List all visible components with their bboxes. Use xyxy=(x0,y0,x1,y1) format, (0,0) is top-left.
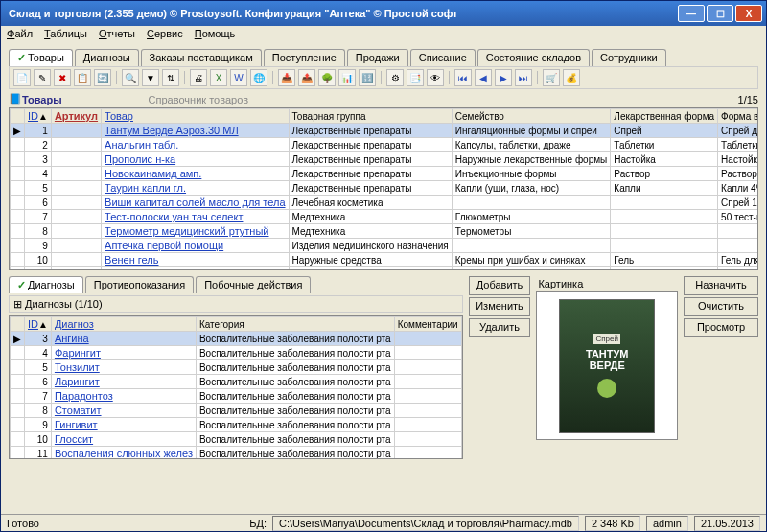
table-row[interactable]: 10ГлосситВоспалительные заболевания поло… xyxy=(11,432,462,447)
tab-writeoff[interactable]: Списание xyxy=(410,49,476,66)
tool-filter-icon[interactable]: ▼ xyxy=(142,69,159,86)
window-title: Склад и торговля (2.355 демо) © Prostoys… xyxy=(5,8,676,19)
menu-help[interactable]: Помощь xyxy=(195,28,236,43)
table-row[interactable]: 6Виши капитал солей масло для телаЛечебн… xyxy=(11,196,759,210)
table-row[interactable]: ▶3АнгинаВоспалительные заболевания полос… xyxy=(11,332,462,346)
menu-tables[interactable]: Таблицы xyxy=(44,28,87,43)
tool-word-icon[interactable]: W xyxy=(230,69,247,86)
tool-edit-icon[interactable]: ✎ xyxy=(34,69,51,86)
list-header: 📘 Товары Справочник товаров 1/15 xyxy=(9,93,758,105)
tool-print-icon[interactable]: 🖨 xyxy=(190,69,207,86)
tool-settings-icon[interactable]: ⚙ xyxy=(386,69,404,86)
tool-export-icon[interactable]: 📤 xyxy=(298,69,315,86)
col-id: ID▲ xyxy=(25,109,52,124)
del-button[interactable]: Удалить xyxy=(469,318,531,337)
tool-copy-icon[interactable]: 📋 xyxy=(74,69,91,86)
col-form: Лекарственная форма xyxy=(611,109,718,124)
tool-money-icon[interactable]: 💰 xyxy=(563,69,580,86)
subtab-contra[interactable]: Противопоказания xyxy=(85,276,194,293)
list-title: Товары xyxy=(22,94,62,105)
book-icon: 📘 xyxy=(9,93,22,105)
table-row[interactable]: 6ЛарингитВоспалительные заболевания поло… xyxy=(11,375,462,389)
table-row[interactable]: 3Прополис н-каЛекарственные препаратыНар… xyxy=(11,152,759,167)
table-row[interactable]: 10Венен гельНаружные средстваКремы при у… xyxy=(11,253,759,267)
table-row[interactable]: 8Термометр медицинский ртутныйМедтехника… xyxy=(11,224,759,239)
edit-button[interactable]: Изменить xyxy=(469,297,531,316)
tool-html-icon[interactable]: 🌐 xyxy=(250,69,267,86)
col-grp: Товарная группа xyxy=(289,109,452,124)
sub-header: ⊞ Диагнозы (1/10) xyxy=(9,295,463,313)
table-row[interactable]: 11Нутрилон 1 смесь мол.Детские товарыДет… xyxy=(11,267,759,271)
tab-goods[interactable]: ✓Товары xyxy=(9,49,73,66)
nav-last-icon[interactable]: ⏭ xyxy=(515,69,532,86)
col-fam: Семейство xyxy=(452,109,611,124)
table-row[interactable]: 2Анальгин табл.Лекарственные препаратыКа… xyxy=(11,138,759,152)
status-path: C:\Users\Mariya\Documents\Склад и торгов… xyxy=(272,516,579,531)
col-rel: Форма выпуска xyxy=(718,109,758,124)
main-tabs: ✓Товары Диагнозы Заказы поставщикам Пост… xyxy=(1,45,766,66)
minimize-button[interactable]: — xyxy=(678,5,705,22)
tool-sort-icon[interactable]: ⇅ xyxy=(162,69,179,86)
tool-refresh-icon[interactable]: 🔄 xyxy=(94,69,111,86)
tool-import-icon[interactable]: 📥 xyxy=(278,69,295,86)
tool-find-icon[interactable]: 🔍 xyxy=(122,69,139,86)
table-row[interactable]: 9Аптечка первой помощиИзделия медицинско… xyxy=(11,239,759,253)
tool-cart-icon[interactable]: 🛒 xyxy=(543,69,560,86)
goods-table[interactable]: ID▲ Артикул Товар Товарная группа Семейс… xyxy=(9,107,758,270)
nav-first-icon[interactable]: ⏮ xyxy=(454,69,472,86)
menu-file[interactable]: Файл xyxy=(7,28,33,43)
table-row[interactable]: 8СтоматитВоспалительные заболевания поло… xyxy=(11,404,462,418)
subtab-diag[interactable]: ✓Диагнозы xyxy=(9,276,83,293)
col-art: Артикул xyxy=(51,109,101,124)
titlebar: Склад и торговля (2.355 демо) © Prostoys… xyxy=(1,1,766,26)
toolbar: 📄 ✎ ✖ 📋 🔄 🔍 ▼ ⇅ 🖨 X W 🌐 📥 📤 🌳 📊 🔢 ⚙ 📑 👁 … xyxy=(9,66,758,89)
menu-reports[interactable]: Отчеты xyxy=(99,28,135,43)
tab-incoming[interactable]: Поступление xyxy=(264,49,345,66)
tool-del-icon[interactable]: ✖ xyxy=(54,69,71,86)
table-row[interactable]: 5Таурин капли гл.Лекарственные препараты… xyxy=(11,181,759,196)
tool-new-icon[interactable]: 📄 xyxy=(13,69,31,86)
nav-prev-icon[interactable]: ◀ xyxy=(475,69,492,86)
maximize-button[interactable]: ☐ xyxy=(707,5,733,22)
table-row[interactable]: 4ФарингитВоспалительные заболевания поло… xyxy=(11,346,462,360)
pic-label: Картинка xyxy=(536,276,678,291)
statusbar: Готово БД: C:\Users\Mariya\Documents\Скл… xyxy=(1,514,766,531)
subtab-side[interactable]: Побочные действия xyxy=(196,276,311,293)
tab-staff[interactable]: Сотрудники xyxy=(592,49,666,66)
table-row[interactable]: 4Новокаинамид амп.Лекарственные препарат… xyxy=(11,167,759,181)
table-row[interactable]: 7Тест-полоски уан тач селектМедтехникаГл… xyxy=(11,210,759,224)
tool-props-icon[interactable]: 📑 xyxy=(407,69,424,86)
col-name: Товар xyxy=(102,109,289,124)
table-row[interactable]: 7ПарадонтозВоспалительные заболевания по… xyxy=(11,389,462,404)
tab-stock[interactable]: Состояние складов xyxy=(477,49,590,66)
picture-box: Спрей ТАНТУМВЕРДЕ xyxy=(536,291,678,440)
add-button[interactable]: Добавить xyxy=(469,276,531,295)
tool-calc-icon[interactable]: 🔢 xyxy=(359,69,376,86)
diag-table[interactable]: ID▲ДиагнозКатегорияКомментарии ▶3АнгинаВ… xyxy=(9,315,463,459)
status-size: 2 348 Kb xyxy=(585,516,640,531)
product-image: Спрей ТАНТУМВЕРДЕ xyxy=(559,299,655,433)
menu-service[interactable]: Сервис xyxy=(147,28,183,43)
nav-next-icon[interactable]: ▶ xyxy=(495,69,512,86)
tool-chart-icon[interactable]: 📊 xyxy=(338,69,356,86)
menubar: Файл Таблицы Отчеты Сервис Помощь xyxy=(1,26,766,45)
status-ready: Готово xyxy=(7,518,39,529)
table-row[interactable]: 11Воспаления слюнных железВоспалительные… xyxy=(11,447,462,460)
table-row[interactable]: ▶1Тантум Верде Аэроз.30 МЛЛекарственные … xyxy=(11,124,759,138)
view-button[interactable]: Просмотр xyxy=(684,318,758,337)
tab-sales[interactable]: Продажи xyxy=(347,49,408,66)
tool-excel-icon[interactable]: X xyxy=(210,69,227,86)
table-row[interactable]: 9ГингивитВоспалительные заболевания поло… xyxy=(11,418,462,432)
list-count: 1/15 xyxy=(738,94,758,105)
tab-orders[interactable]: Заказы поставщикам xyxy=(141,49,262,66)
assign-button[interactable]: Назначить xyxy=(684,276,758,295)
status-user: admin xyxy=(646,516,688,531)
close-button[interactable]: X xyxy=(735,5,762,22)
status-date: 21.05.2013 xyxy=(694,516,760,531)
clear-button[interactable]: Очистить xyxy=(684,297,758,316)
tab-diag[interactable]: Диагнозы xyxy=(75,49,139,66)
list-subtitle: Справочник товаров xyxy=(149,94,249,105)
tool-tree-icon[interactable]: 🌳 xyxy=(318,69,336,86)
table-row[interactable]: 5ТонзилитВоспалительные заболевания поло… xyxy=(11,360,462,375)
tool-view-icon[interactable]: 👁 xyxy=(427,69,444,86)
